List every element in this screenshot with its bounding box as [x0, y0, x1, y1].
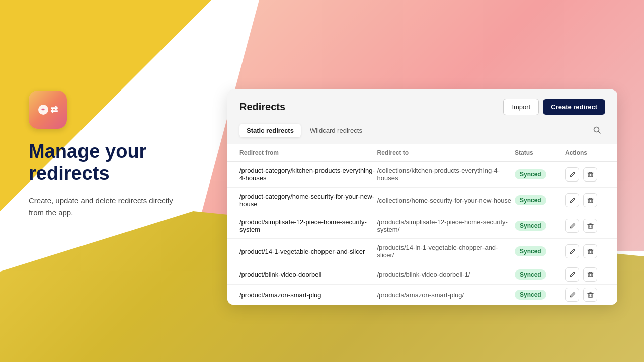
edit-icon — [569, 271, 576, 278]
edit-icon — [569, 248, 576, 255]
cell-redirect-to: /products/amazon-smart-plug/ — [377, 286, 515, 304]
delete-button[interactable] — [583, 167, 597, 182]
cell-redirect-from: /product-category/kitchen-products-every… — [239, 162, 377, 187]
col-header-from: Redirect from — [239, 149, 377, 156]
col-header-actions: Actions — [565, 149, 605, 156]
tabs: Static redirects Wildcard redirects — [239, 124, 369, 137]
cell-status: Synced — [515, 290, 565, 300]
status-badge: Synced — [515, 169, 546, 179]
edit-button[interactable] — [565, 244, 579, 258]
cell-status: Synced — [515, 246, 565, 256]
delete-button[interactable] — [583, 267, 597, 282]
trash-icon — [587, 171, 594, 178]
cell-redirect-from: /product/14-1-vegetable-chopper-and-slic… — [239, 243, 377, 260]
table-row: /product-category/kitchen-products-every… — [227, 162, 617, 188]
status-badge: Synced — [515, 221, 546, 231]
svg-rect-14 — [588, 250, 593, 254]
cell-actions — [565, 193, 605, 207]
hero-description: Create, update and delete redirects dire… — [29, 195, 190, 219]
search-button[interactable] — [589, 122, 605, 138]
table-row: /product/14-1-vegetable-chopper-and-slic… — [227, 239, 617, 264]
import-button[interactable]: Import — [503, 99, 539, 115]
trash-icon — [587, 271, 594, 278]
edit-icon — [569, 171, 576, 178]
table-row: /product/amazon-smart-plug /products/ama… — [227, 285, 617, 305]
edit-icon — [569, 197, 576, 204]
edit-button[interactable] — [565, 219, 579, 233]
cell-status: Synced — [515, 269, 565, 280]
app-icon-inner: + ⇄ — [38, 104, 58, 115]
main-panel: Redirects Import Create redirect Static … — [227, 89, 617, 305]
panel-title: Redirects — [239, 101, 285, 113]
cell-redirect-to: /products/blink-video-doorbell-1/ — [377, 265, 515, 283]
svg-rect-6 — [588, 199, 593, 203]
cell-status: Synced — [515, 221, 565, 231]
cell-actions — [565, 167, 605, 182]
hero-title: Manage your redirects — [29, 141, 220, 185]
svg-rect-2 — [588, 173, 593, 177]
trash-icon — [587, 292, 594, 298]
cell-actions — [565, 244, 605, 258]
header-actions: Import Create redirect — [503, 99, 605, 115]
edit-button[interactable] — [565, 167, 579, 182]
tab-wildcard-redirects[interactable]: Wildcard redirects — [303, 124, 369, 137]
status-badge: Synced — [515, 195, 546, 205]
edit-icon — [569, 292, 576, 298]
cell-actions — [565, 219, 605, 233]
cell-redirect-to: /products/simplisafe-12-piece-home-secur… — [377, 213, 515, 238]
table-header: Redirect from Redirect to Status Actions — [227, 144, 617, 162]
icon-plus: + — [38, 105, 48, 115]
edit-button[interactable] — [565, 267, 579, 282]
table-row: /product/blink-video-doorbell /products/… — [227, 264, 617, 285]
create-redirect-button[interactable]: Create redirect — [543, 99, 605, 115]
icon-arrows: ⇄ — [50, 104, 58, 115]
trash-icon — [587, 248, 594, 255]
search-icon — [593, 126, 601, 134]
panel-header: Redirects Import Create redirect — [227, 89, 617, 122]
cell-redirect-from: /product/simplisafe-12-piece-home-securi… — [239, 213, 377, 238]
status-badge: Synced — [515, 269, 546, 280]
tabs-row: Static redirects Wildcard redirects — [227, 122, 617, 144]
cell-redirect-from: /product-category/home-security-for-your… — [239, 188, 377, 213]
edit-icon — [569, 223, 576, 229]
cell-redirect-from: /product/amazon-smart-plug — [239, 286, 377, 304]
trash-icon — [587, 197, 594, 204]
left-panel: + ⇄ Manage your redirects Create, update… — [29, 90, 220, 219]
app-icon: + ⇄ — [29, 90, 67, 129]
edit-button[interactable] — [565, 288, 579, 302]
cell-redirect-to: /products/14-in-1-vegetable-chopper-and-… — [377, 239, 515, 264]
cell-redirect-from: /product/blink-video-doorbell — [239, 265, 377, 283]
edit-button[interactable] — [565, 193, 579, 207]
cell-status: Synced — [515, 169, 565, 179]
cell-actions — [565, 288, 605, 302]
trash-icon — [587, 223, 594, 229]
status-badge: Synced — [515, 246, 546, 256]
cell-redirect-to: /collections/kitchen-products-everything… — [377, 162, 515, 187]
redirects-table: Redirect from Redirect to Status Actions… — [227, 144, 617, 305]
status-badge: Synced — [515, 290, 546, 300]
table-row: /product/simplisafe-12-piece-home-securi… — [227, 213, 617, 239]
svg-rect-18 — [588, 273, 593, 277]
cell-status: Synced — [515, 195, 565, 205]
delete-button[interactable] — [583, 288, 597, 302]
cell-redirect-to: /collections/home-security-for-your-new-… — [377, 192, 515, 209]
tab-static-redirects[interactable]: Static redirects — [239, 124, 301, 137]
svg-rect-22 — [588, 294, 593, 297]
svg-line-1 — [599, 132, 601, 134]
table-body: /product-category/kitchen-products-every… — [227, 162, 617, 305]
delete-button[interactable] — [583, 244, 597, 258]
col-header-status: Status — [515, 149, 565, 156]
cell-actions — [565, 267, 605, 282]
col-header-to: Redirect to — [377, 149, 515, 156]
delete-button[interactable] — [583, 193, 597, 207]
svg-rect-10 — [588, 225, 593, 228]
delete-button[interactable] — [583, 219, 597, 233]
table-row: /product-category/home-security-for-your… — [227, 188, 617, 213]
